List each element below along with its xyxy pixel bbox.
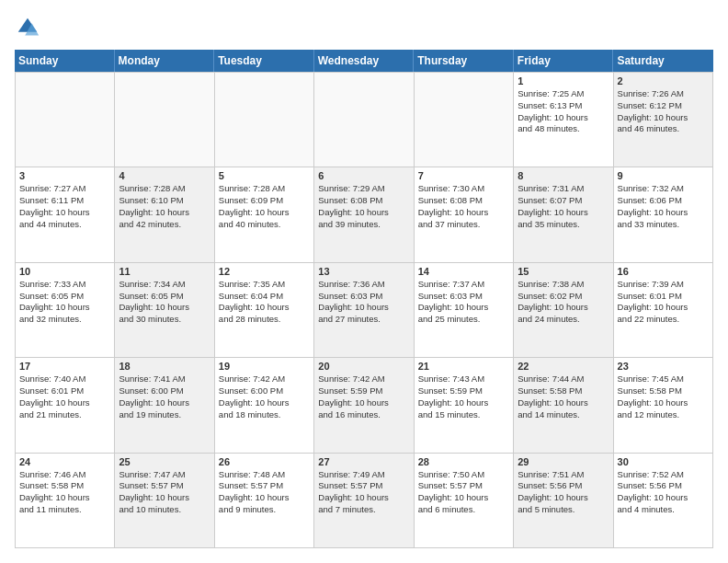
day-info-line: Sunrise: 7:37 AM [418, 279, 509, 291]
day-info-line: Sunrise: 7:30 AM [418, 183, 509, 195]
cal-cell: 23Sunrise: 7:45 AMSunset: 5:58 PMDayligh… [614, 358, 713, 453]
day-info-line: Sunrise: 7:45 AM [618, 373, 709, 385]
day-info-line: Daylight: 10 hours [219, 207, 310, 219]
day-info-line: Sunset: 6:13 PM [518, 100, 609, 112]
day-info-line: Sunrise: 7:46 AM [19, 469, 110, 481]
day-info-line: Daylight: 10 hours [418, 397, 509, 409]
day-number: 27 [318, 456, 409, 467]
day-info-line: Sunrise: 7:51 AM [518, 469, 609, 481]
cal-cell: 8Sunrise: 7:31 AMSunset: 6:07 PMDaylight… [514, 167, 613, 262]
page: SundayMondayTuesdayWednesdayThursdayFrid… [0, 0, 728, 563]
day-info-line: Sunrise: 7:50 AM [418, 469, 509, 481]
day-info-line: Sunrise: 7:43 AM [418, 373, 509, 385]
cal-cell: 20Sunrise: 7:42 AMSunset: 5:59 PMDayligh… [314, 358, 414, 453]
cal-cell: 3Sunrise: 7:27 AMSunset: 6:11 PMDaylight… [16, 167, 115, 262]
day-info-line: Sunrise: 7:38 AM [518, 279, 609, 291]
day-info-line: Daylight: 10 hours [318, 207, 409, 219]
day-info-line: and 37 minutes. [418, 219, 509, 231]
day-info-line: Daylight: 10 hours [618, 207, 709, 219]
day-info-line: Sunset: 6:02 PM [518, 291, 609, 303]
cal-cell: 13Sunrise: 7:36 AMSunset: 6:03 PMDayligh… [314, 263, 414, 358]
day-info-line: Sunset: 6:01 PM [618, 291, 709, 303]
day-number: 24 [19, 456, 110, 467]
day-info-line: and 14 minutes. [518, 409, 609, 421]
day-info-line: and 4 minutes. [618, 504, 709, 516]
day-info-line: Sunset: 6:12 PM [618, 100, 709, 112]
day-number: 12 [219, 266, 310, 277]
day-info-line: Sunset: 6:10 PM [119, 195, 210, 207]
day-info-line: and 16 minutes. [318, 409, 409, 421]
day-info-line: Sunrise: 7:40 AM [19, 373, 110, 385]
day-info-line: Sunset: 5:57 PM [119, 480, 210, 492]
day-number: 10 [19, 266, 110, 277]
day-number: 22 [518, 361, 609, 372]
day-info-line: Sunset: 6:08 PM [418, 195, 509, 207]
day-info-line: Sunrise: 7:48 AM [219, 469, 310, 481]
day-info-line: and 27 minutes. [318, 314, 409, 326]
day-info-line: Sunset: 6:05 PM [19, 291, 110, 303]
weekday-header-tuesday: Tuesday [214, 50, 314, 72]
day-info-line: Daylight: 10 hours [119, 302, 210, 314]
day-info-line: and 44 minutes. [19, 219, 110, 231]
weekday-header-wednesday: Wednesday [314, 50, 415, 72]
day-info-line: and 9 minutes. [219, 504, 310, 516]
day-info-line: Daylight: 10 hours [19, 302, 110, 314]
day-info-line: Sunrise: 7:39 AM [618, 279, 709, 291]
day-info-line: Daylight: 10 hours [318, 492, 409, 504]
day-info-line: Sunrise: 7:35 AM [219, 279, 310, 291]
day-number: 23 [618, 361, 709, 372]
day-info-line: Sunset: 5:58 PM [618, 385, 709, 397]
day-info-line: Daylight: 10 hours [418, 207, 509, 219]
day-number: 21 [418, 361, 509, 372]
day-number: 4 [119, 170, 210, 181]
day-number: 15 [518, 266, 609, 277]
cal-cell [215, 73, 314, 167]
cal-cell: 1Sunrise: 7:25 AMSunset: 6:13 PMDaylight… [514, 73, 613, 167]
logo-icon [15, 15, 40, 40]
day-info-line: Daylight: 10 hours [119, 492, 210, 504]
day-info-line: Sunrise: 7:49 AM [318, 469, 409, 481]
cal-cell: 6Sunrise: 7:29 AMSunset: 6:08 PMDaylight… [314, 167, 414, 262]
day-info-line: and 10 minutes. [119, 504, 210, 516]
day-number: 5 [219, 170, 310, 181]
day-number: 30 [618, 456, 709, 467]
day-info-line: Daylight: 10 hours [219, 302, 310, 314]
day-number: 8 [518, 170, 609, 181]
day-info-line: Daylight: 10 hours [518, 207, 609, 219]
cal-cell: 25Sunrise: 7:47 AMSunset: 5:57 PMDayligh… [115, 454, 214, 548]
day-info-line: Sunset: 6:00 PM [119, 385, 210, 397]
calendar: SundayMondayTuesdayWednesdayThursdayFrid… [15, 50, 713, 548]
logo [15, 15, 44, 40]
day-info-line: Daylight: 10 hours [518, 397, 609, 409]
cal-cell: 10Sunrise: 7:33 AMSunset: 6:05 PMDayligh… [16, 263, 115, 358]
cal-cell: 12Sunrise: 7:35 AMSunset: 6:04 PMDayligh… [215, 263, 314, 358]
day-info-line: Sunrise: 7:34 AM [119, 279, 210, 291]
day-info-line: Sunset: 6:09 PM [219, 195, 310, 207]
header [15, 15, 713, 40]
day-number: 6 [318, 170, 409, 181]
day-info-line: and 22 minutes. [618, 314, 709, 326]
day-info-line: Sunset: 5:57 PM [219, 480, 310, 492]
day-info-line: Sunrise: 7:28 AM [219, 183, 310, 195]
day-number: 11 [119, 266, 210, 277]
day-info-line: and 35 minutes. [518, 219, 609, 231]
day-info-line: Sunrise: 7:31 AM [518, 183, 609, 195]
day-info-line: Daylight: 10 hours [119, 207, 210, 219]
day-number: 2 [618, 75, 709, 86]
day-info-line: Sunrise: 7:26 AM [618, 88, 709, 100]
day-number: 3 [19, 170, 110, 181]
day-info-line: Daylight: 10 hours [219, 492, 310, 504]
day-info-line: Sunrise: 7:27 AM [19, 183, 110, 195]
day-number: 26 [219, 456, 310, 467]
day-info-line: Sunset: 5:57 PM [318, 480, 409, 492]
day-number: 29 [518, 456, 609, 467]
day-info-line: Sunset: 6:00 PM [219, 385, 310, 397]
cal-cell: 5Sunrise: 7:28 AMSunset: 6:09 PMDaylight… [215, 167, 314, 262]
weekday-header-monday: Monday [115, 50, 215, 72]
day-info-line: Daylight: 10 hours [618, 492, 709, 504]
day-info-line: Sunset: 5:58 PM [19, 480, 110, 492]
day-info-line: Sunrise: 7:52 AM [618, 469, 709, 481]
day-info-line: Daylight: 10 hours [318, 302, 409, 314]
day-info-line: and 5 minutes. [518, 504, 609, 516]
cal-cell: 2Sunrise: 7:26 AMSunset: 6:12 PMDaylight… [614, 73, 713, 167]
